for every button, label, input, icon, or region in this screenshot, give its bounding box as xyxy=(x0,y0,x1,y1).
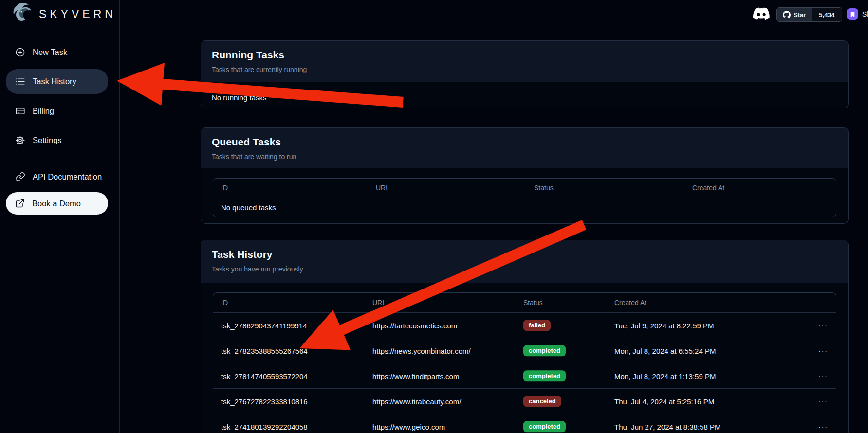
sidebar-item-label: API Documentation xyxy=(33,172,102,181)
sidebar: SKYVERN New Task Task History Billing Se… xyxy=(0,0,120,433)
queued-tasks-title: Queued Tasks xyxy=(212,136,837,148)
sidebar-item-label: Task History xyxy=(33,77,76,86)
task-history-row[interactable]: tsk_278629043741199914 https://tartecosm… xyxy=(213,312,836,338)
organization-icon xyxy=(850,11,856,18)
row-actions-button[interactable]: ··· xyxy=(818,372,828,380)
status-badge: failed xyxy=(523,320,551,331)
plus-circle-icon xyxy=(15,47,25,57)
sidebar-item-billing[interactable]: Billing xyxy=(6,100,108,122)
task-history-header: Task History Tasks you have run previous… xyxy=(201,240,848,283)
sidebar-item-settings[interactable]: Settings xyxy=(6,129,108,151)
github-icon xyxy=(783,11,791,18)
external-link-icon xyxy=(15,198,25,208)
sidebar-item-book-a-demo[interactable]: Book a Demo xyxy=(6,192,108,215)
running-tasks-title: Running Tasks xyxy=(212,49,837,61)
task-url-cell: https://www.geico.com xyxy=(372,422,445,431)
task-history-card: Task History Tasks you have run previous… xyxy=(201,240,849,433)
task-id-cell: tsk_278147405593572204 xyxy=(221,372,308,380)
task-status-cell: completed xyxy=(523,421,566,433)
sidebar-item-label: Billing xyxy=(33,107,54,116)
task-history-row[interactable]: tsk_278147405593572204 https://www.findi… xyxy=(213,363,836,388)
list-icon xyxy=(15,76,25,87)
row-actions-button[interactable]: ··· xyxy=(818,397,828,405)
column-header-created-at: Created At xyxy=(614,293,646,312)
gear-icon xyxy=(15,135,25,145)
dragon-logo-icon xyxy=(12,2,34,26)
task-history-title: Task History xyxy=(212,249,837,260)
sidebar-item-label: Book a Demo xyxy=(32,199,81,208)
column-header-url: URL xyxy=(376,179,389,197)
sidebar-divider xyxy=(6,157,113,157)
column-header-url: URL xyxy=(372,293,386,312)
account-label[interactable]: Sk xyxy=(862,10,868,18)
sidebar-item-label: New Task xyxy=(33,48,67,57)
task-status-cell: completed xyxy=(523,345,566,357)
task-history-row[interactable]: tsk_274180139292204058 https://www.geico… xyxy=(213,414,836,433)
column-header-status: Status xyxy=(523,293,543,312)
queued-empty-text: No queued tasks xyxy=(221,203,276,212)
running-tasks-empty-text: No running tasks xyxy=(212,93,267,102)
task-id-cell: tsk_274180139292204058 xyxy=(221,422,308,431)
task-created-at-cell: Tue, Jul 9, 2024 at 8:22:59 PM xyxy=(614,321,714,329)
task-status-cell: completed xyxy=(523,370,566,382)
running-tasks-card: Running Tasks Tasks that are currently r… xyxy=(201,40,849,108)
account-avatar[interactable] xyxy=(847,8,858,20)
logo-wordmark: SKYVERN xyxy=(39,8,116,21)
history-table-header-row: ID URL Status Created At xyxy=(213,293,836,312)
task-created-at-cell: Mon, Jul 8, 2024 at 1:13:59 PM xyxy=(614,372,716,380)
link-icon xyxy=(15,172,25,182)
skyvern-logo[interactable]: SKYVERN xyxy=(12,2,116,26)
discord-icon xyxy=(753,7,770,21)
queued-tasks-table: ID URL Status Created At No queued tasks xyxy=(213,178,836,217)
row-actions-button[interactable]: ··· xyxy=(818,322,828,329)
task-url-cell: https://www.tirabeauty.com/ xyxy=(372,397,461,405)
task-id-cell: tsk_278235388555267564 xyxy=(221,346,308,355)
queued-tasks-header: Queued Tasks Tasks that are waiting to r… xyxy=(201,128,848,168)
task-url-cell: https://www.finditparts.com xyxy=(372,372,459,380)
task-history-subtitle: Tasks you have run previously xyxy=(212,265,837,273)
status-badge: completed xyxy=(523,421,566,433)
github-star-label: Star xyxy=(794,11,806,18)
running-tasks-header: Running Tasks Tasks that are currently r… xyxy=(201,41,848,82)
task-history-table: ID URL Status Created At tsk_27862904374… xyxy=(213,292,836,433)
github-star-count[interactable]: 5,434 xyxy=(812,8,842,21)
column-header-id: ID xyxy=(221,179,228,197)
queued-table-header-row: ID URL Status Created At xyxy=(213,179,836,197)
status-badge: canceled xyxy=(523,396,561,407)
task-history-row[interactable]: tsk_276727822333810816 https://www.tirab… xyxy=(213,388,836,414)
status-badge: completed xyxy=(523,345,566,357)
task-status-cell: canceled xyxy=(523,396,561,407)
queued-tasks-card: Queued Tasks Tasks that are waiting to r… xyxy=(201,127,849,224)
task-history-row[interactable]: tsk_278235388555267564 https://news.ycom… xyxy=(213,338,836,363)
queued-empty-row: No queued tasks xyxy=(213,197,836,217)
column-header-status: Status xyxy=(534,179,554,197)
running-tasks-subtitle: Tasks that are currently running xyxy=(212,66,837,73)
column-header-id: ID xyxy=(221,293,228,312)
sidebar-item-task-history[interactable]: Task History xyxy=(6,69,108,94)
task-created-at-cell: Thu, Jun 27, 2024 at 8:38:58 PM xyxy=(614,422,720,431)
column-header-created-at: Created At xyxy=(692,179,724,197)
github-star-widget[interactable]: Star 5,434 xyxy=(776,7,842,22)
row-actions-button[interactable]: ··· xyxy=(818,423,828,431)
task-url-cell: https://news.ycombinator.com/ xyxy=(372,346,471,355)
sidebar-item-new-task[interactable]: New Task xyxy=(6,41,108,63)
skyvern-app: { "sidebar": { "logo_text": "SKYVERN", "… xyxy=(0,0,868,433)
task-url-cell: https://tartecosmetics.com xyxy=(372,321,457,329)
github-star-button[interactable]: Star xyxy=(777,8,812,21)
discord-button[interactable] xyxy=(753,7,770,22)
sidebar-item-label: Settings xyxy=(33,136,62,145)
task-created-at-cell: Thu, Jul 4, 2024 at 5:25:16 PM xyxy=(614,397,714,405)
task-id-cell: tsk_278629043741199914 xyxy=(221,321,307,329)
row-actions-button[interactable]: ··· xyxy=(818,347,828,355)
task-id-cell: tsk_276727822333810816 xyxy=(221,397,308,405)
credit-card-icon xyxy=(15,106,25,116)
sidebar-item-api-documentation[interactable]: API Documentation xyxy=(6,166,108,187)
queued-tasks-subtitle: Tasks that are waiting to run xyxy=(212,153,837,161)
task-status-cell: failed xyxy=(523,320,551,331)
task-created-at-cell: Mon, Jul 8, 2024 at 6:55:24 PM xyxy=(614,346,716,355)
status-badge: completed xyxy=(523,370,566,382)
